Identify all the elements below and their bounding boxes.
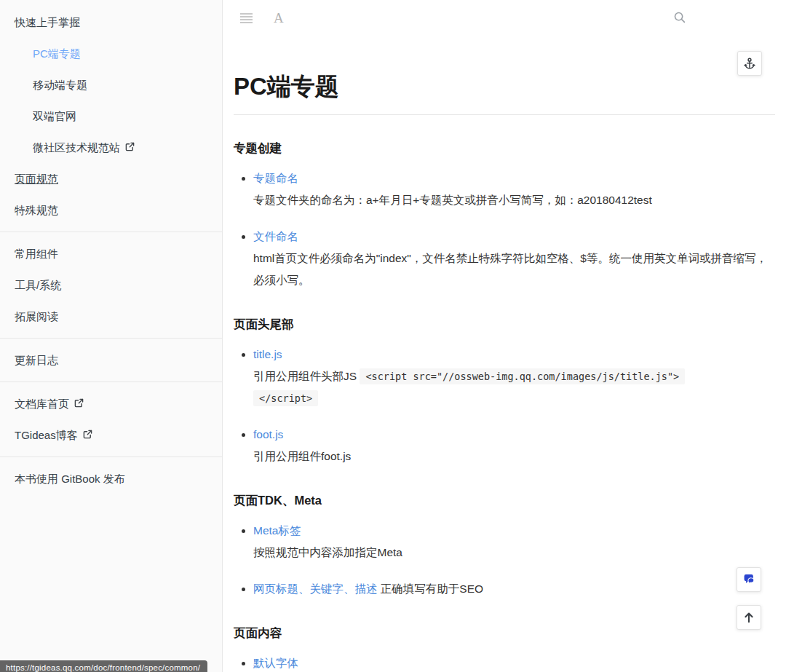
sidebar-item-label: 双端官网 <box>33 110 76 122</box>
list-item: 网页标题、关键字、描述 正确填写有助于SEO <box>253 578 775 600</box>
list-item: foot.js引用公用组件foot.js <box>253 424 775 467</box>
sidebar-item[interactable]: 快速上手掌握 <box>0 7 222 38</box>
sidebar-item[interactable]: 双端官网 <box>0 100 222 132</box>
sidebar-item-label: 文档库首页 <box>15 398 69 410</box>
sidebar-item[interactable]: 工具/系统 <box>0 269 222 301</box>
list-item-title-line: 默认字体 <box>253 652 775 672</box>
item-description: 按照规范中内容添加指定Meta <box>253 542 775 564</box>
external-link-icon <box>125 141 135 155</box>
list-item-title-line: 文件命名 <box>253 226 775 248</box>
list-item: 专题命名专题文件夹的命名为：a+年月日+专题英文或拼音小写简写，如：a20180… <box>253 167 775 211</box>
section-list: 默认字体使用reset样式，默认字体微软雅黑，使用unicode码方式： fon… <box>234 652 775 672</box>
sidebar-item-label: PC端专题 <box>33 47 81 60</box>
section-heading: 页面头尾部 <box>234 317 775 333</box>
content-link[interactable]: 网页标题、关键字、描述 <box>253 582 378 595</box>
sidebar-item-label: 常用组件 <box>15 248 58 260</box>
sidebar-group: 更新日志 <box>0 338 222 376</box>
item-description: 引用公用组件foot.js <box>253 446 775 467</box>
sidebar-item-label: 拓展阅读 <box>15 310 58 323</box>
sidebar-item-label: 工具/系统 <box>15 279 61 291</box>
sidebar-item-label: 特殊规范 <box>15 204 58 216</box>
section-heading: 页面TDK、Meta <box>234 493 775 509</box>
description-text: 专题文件夹的命名为：a+年月日+专题英文或拼音小写简写，如：a20180412t… <box>253 194 652 206</box>
sidebar-group: 本书使用 GitBook 发布 <box>0 456 222 494</box>
sidebar-item[interactable]: TGideas博客 <box>0 419 222 451</box>
sidebar-item[interactable]: PC端专题 <box>0 38 222 69</box>
item-description: 引用公用组件头部JS <script src="//ossweb-img.qq.… <box>253 365 775 409</box>
hamburger-bar <box>240 19 253 20</box>
sidebar-item-label: 微社区技术规范站 <box>33 141 120 154</box>
sidebar-item-label: 快速上手掌握 <box>15 16 80 28</box>
section-list: title.js引用公用组件头部JS <script src="//ossweb… <box>234 344 775 467</box>
list-item: Meta标签按照规范中内容添加指定Meta <box>253 520 775 564</box>
title-divider <box>234 114 775 115</box>
list-item-title-line: foot.js <box>253 424 775 446</box>
toolbar: A <box>223 0 786 36</box>
description-text: 引用公用组件foot.js <box>253 450 351 462</box>
status-url-tooltip: https://tgideas.qq.com/doc/frontend/spec… <box>0 660 207 672</box>
link-suffix-text: 正确填写有助于SEO <box>378 582 484 595</box>
hamburger-bar <box>240 22 253 23</box>
external-link-icon <box>74 397 84 411</box>
search-icon[interactable] <box>673 11 686 26</box>
list-item-title-line: 专题命名 <box>253 167 775 189</box>
content-link[interactable]: 默认字体 <box>253 657 298 669</box>
description-text: 引用公用组件头部JS <box>253 370 360 382</box>
search-icon-glyph <box>673 11 686 24</box>
sidebar-item[interactable]: 文档库首页 <box>0 388 222 419</box>
sidebar-item[interactable]: 拓展阅读 <box>0 301 222 332</box>
sidebar-group: 快速上手掌握PC端专题移动端专题双端官网微社区技术规范站页面规范特殊规范 <box>0 7 222 226</box>
sidebar-item[interactable]: 常用组件 <box>0 238 222 269</box>
list-item-title-line: 网页标题、关键字、描述 正确填写有助于SEO <box>253 578 775 600</box>
sidebar-item[interactable]: 移动端专题 <box>0 69 222 100</box>
font-settings-icon[interactable]: A <box>274 9 284 27</box>
item-description: 专题文件夹的命名为：a+年月日+专题英文或拼音小写简写，如：a20180412t… <box>253 189 775 211</box>
section-list: 专题命名专题文件夹的命名为：a+年月日+专题英文或拼音小写简写，如：a20180… <box>234 167 775 291</box>
section-heading: 专题创建 <box>234 141 775 157</box>
sidebar-group: 常用组件工具/系统拓展阅读 <box>0 232 222 332</box>
content-link[interactable]: 专题命名 <box>253 172 298 184</box>
sidebar-item-label: 更新日志 <box>15 354 58 366</box>
list-item: 默认字体使用reset样式，默认字体微软雅黑，使用unicode码方式： fon… <box>253 652 775 672</box>
hamburger-bar <box>240 16 253 17</box>
sidebar-item-label: 移动端专题 <box>33 79 87 91</box>
sidebar-item[interactable]: 特殊规范 <box>0 194 222 226</box>
sidebar-item[interactable]: 微社区技术规范站 <box>0 132 222 163</box>
page-content: PC端专题 专题创建专题命名专题文件夹的命名为：a+年月日+专题英文或拼音小写简… <box>223 36 786 672</box>
list-item-title-line: title.js <box>253 344 775 365</box>
item-description: html首页文件必须命名为"index"，文件名禁止特殊字符比如空格、$等。统一… <box>253 248 775 291</box>
sidebar-group: 文档库首页TGideas博客 <box>0 382 222 451</box>
list-item: 文件命名html首页文件必须命名为"index"，文件名禁止特殊字符比如空格、$… <box>253 226 775 291</box>
section-list: Meta标签按照规范中内容添加指定Meta网页标题、关键字、描述 正确填写有助于… <box>234 520 775 600</box>
content-link[interactable]: foot.js <box>253 428 283 440</box>
list-item: title.js引用公用组件头部JS <script src="//ossweb… <box>253 344 775 409</box>
sidebar-item[interactable]: 页面规范 <box>0 163 222 194</box>
sidebar-item-label: TGideas博客 <box>15 429 78 441</box>
description-text: html首页文件必须命名为"index"，文件名禁止特殊字符比如空格、$等。统一… <box>253 252 767 286</box>
sidebar-item[interactable]: 更新日志 <box>0 344 222 376</box>
list-item-title-line: Meta标签 <box>253 520 775 542</box>
page-title: PC端专题 <box>234 73 775 100</box>
sidebar-item[interactable]: 本书使用 GitBook 发布 <box>0 463 222 494</box>
content-link[interactable]: title.js <box>253 348 282 360</box>
content-link[interactable]: 文件命名 <box>253 230 298 242</box>
hamburger-bar <box>240 13 253 15</box>
external-link-icon <box>83 428 92 443</box>
description-text: 按照规范中内容添加指定Meta <box>253 546 402 558</box>
sidebar: 快速上手掌握PC端专题移动端专题双端官网微社区技术规范站页面规范特殊规范常用组件… <box>0 0 223 672</box>
section-heading: 页面内容 <box>234 625 775 641</box>
sidebar-item-label: 本书使用 GitBook 发布 <box>15 473 125 485</box>
hamburger-icon[interactable] <box>240 13 253 25</box>
sections-container: 专题创建专题命名专题文件夹的命名为：a+年月日+专题英文或拼音小写简写，如：a2… <box>234 141 775 672</box>
sidebar-item-label: 页面规范 <box>15 173 58 185</box>
content-link[interactable]: Meta标签 <box>253 524 301 537</box>
